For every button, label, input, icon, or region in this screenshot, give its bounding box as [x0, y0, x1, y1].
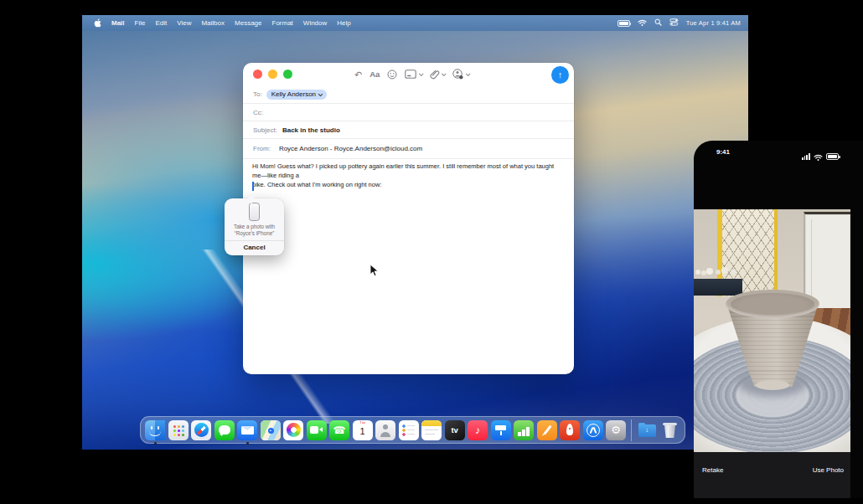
dock-maps-icon[interactable] [261, 420, 281, 440]
camera-preview-photo [694, 209, 850, 452]
from-value: Royce Anderson - Royce.Anderson@icloud.c… [279, 145, 422, 152]
menu-view[interactable]: View [177, 19, 191, 27]
dock-messages-icon[interactable] [214, 420, 235, 440]
stationery-icon[interactable] [405, 69, 422, 79]
retake-button[interactable]: Retake [702, 466, 723, 474]
dock-contacts-icon[interactable] [375, 420, 395, 440]
subject-label: Subject: [253, 126, 277, 134]
menu-bar: Mail FileEditViewMailboxMessageFormatWin… [82, 15, 748, 31]
subject-field[interactable]: Subject: Back in the studio [243, 121, 574, 139]
control-center-icon[interactable] [669, 18, 679, 28]
wifi-icon[interactable] [638, 19, 647, 28]
dock: ☎Tue1tv♪⚙↓ [140, 416, 685, 444]
running-indicator-dot [154, 442, 157, 445]
message-body[interactable]: Hi Mom! Guess what? I picked up pottery … [252, 162, 562, 189]
dock-notes-icon[interactable] [421, 420, 442, 440]
mouse-cursor-icon [369, 264, 379, 280]
dock-numbers-icon[interactable] [514, 420, 534, 440]
dock-reminders-icon[interactable] [399, 420, 419, 440]
chevron-down-icon [442, 71, 447, 76]
dock-finder-icon[interactable] [145, 420, 165, 440]
cc-label: Cc: [253, 109, 263, 116]
to-field[interactable]: To: Kelly Anderson [243, 85, 574, 104]
send-button[interactable]: ↑ [551, 66, 569, 84]
camera-action-bar: Retake Use Photo [694, 452, 850, 498]
menu-message[interactable]: Message [235, 19, 261, 27]
menu-file[interactable]: File [135, 19, 146, 27]
iphone-status-bar: 9:41 [694, 141, 850, 162]
format-icon[interactable]: Aa [369, 69, 380, 79]
text-caret [252, 182, 254, 191]
pottery-on-shelf [695, 270, 700, 275]
menu-app-name[interactable]: Mail [111, 19, 125, 27]
to-label: To: [253, 90, 262, 98]
close-button[interactable] [253, 69, 262, 79]
compose-toolbar: ↶ Aa [354, 63, 469, 85]
chevron-down-icon [419, 71, 424, 76]
chevron-down-icon [466, 71, 471, 76]
dock-calendar-icon[interactable]: Tue1 [353, 420, 373, 440]
cc-field[interactable]: Cc: [243, 104, 574, 121]
popup-text-line1: Take a photo with [225, 224, 284, 230]
screenshot-stage: Mail FileEditViewMailboxMessageFormatWin… [0, 0, 863, 504]
dock-keynote-icon[interactable] [491, 420, 511, 440]
apple-menu-icon[interactable] [94, 18, 101, 28]
dock-settings-icon[interactable]: ⚙ [606, 420, 626, 440]
use-photo-button[interactable]: Use Photo [813, 466, 844, 474]
menu-edit[interactable]: Edit [155, 19, 167, 27]
cancel-button[interactable]: Cancel [225, 241, 284, 254]
recipient-token[interactable]: Kelly Anderson [266, 90, 327, 100]
dock-phone-icon[interactable]: ☎ [329, 420, 349, 440]
dock-tv-icon[interactable]: tv [445, 420, 465, 440]
dock-app-store-icon[interactable] [583, 420, 603, 440]
dock-downloads-icon[interactable]: ↓ [637, 420, 657, 440]
dock-divider [631, 419, 632, 441]
dock-launchpad-icon[interactable] [168, 420, 189, 440]
dark-shelf [694, 279, 742, 296]
mail-compose-window: ↶ Aa ↑ [243, 63, 574, 374]
emoji-icon[interactable] [387, 69, 397, 80]
iphone-icon [249, 203, 260, 221]
iphone-clock: 9:41 [716, 148, 730, 156]
dock-mail-icon[interactable] [237, 420, 257, 440]
minimize-button[interactable] [268, 69, 277, 79]
search-icon[interactable] [654, 18, 662, 28]
dock-music-icon[interactable]: ♪ [468, 420, 488, 440]
menu-format[interactable]: Format [272, 19, 293, 27]
dock-facetime-icon[interactable] [307, 420, 327, 440]
wifi-icon [814, 149, 823, 164]
cellular-signal-icon [802, 153, 810, 160]
dock-photos-icon[interactable] [283, 420, 303, 440]
dock-trash-icon[interactable] [660, 420, 680, 440]
subject-value: Back in the studio [282, 126, 340, 134]
popup-text-line2: “Royce’s iPhone” [225, 230, 284, 237]
take-photo-popup: Take a photo with “Royce’s iPhone” Cance… [225, 198, 284, 255]
insert-photo-icon[interactable] [452, 69, 469, 80]
menu-help[interactable]: Help [337, 19, 350, 27]
chevron-down-icon [318, 91, 323, 95]
dock-pages-icon[interactable] [537, 420, 557, 440]
from-label: From: [253, 145, 271, 152]
body-line-1: Hi Mom! Guess what? I picked up pottery … [252, 162, 554, 179]
menu-mailbox[interactable]: Mailbox [201, 19, 225, 27]
iphone-camera-overlay: 9:41 Retake Us [694, 141, 863, 498]
recipient-name: Kelly Anderson [271, 90, 316, 98]
body-line-2: bike. Check out what I'm working on righ… [252, 181, 381, 188]
window-controls [253, 69, 292, 79]
attach-icon[interactable] [430, 69, 446, 80]
zoom-button[interactable] [283, 69, 292, 79]
mac-display: Mail FileEditViewMailboxMessageFormatWin… [82, 15, 748, 450]
menu-bar-clock[interactable]: Tue Apr 1 9:41 AM [686, 19, 741, 27]
undo-icon[interactable]: ↶ [354, 70, 362, 79]
dock-safari-icon[interactable] [191, 420, 211, 440]
dock-rocket-icon[interactable] [560, 420, 580, 440]
running-indicator-dot [246, 442, 249, 445]
from-field[interactable]: From: Royce Anderson - Royce.Anderson@ic… [243, 139, 574, 159]
battery-icon [826, 153, 839, 160]
battery-icon[interactable] [618, 20, 630, 27]
menu-window[interactable]: Window [303, 19, 327, 27]
